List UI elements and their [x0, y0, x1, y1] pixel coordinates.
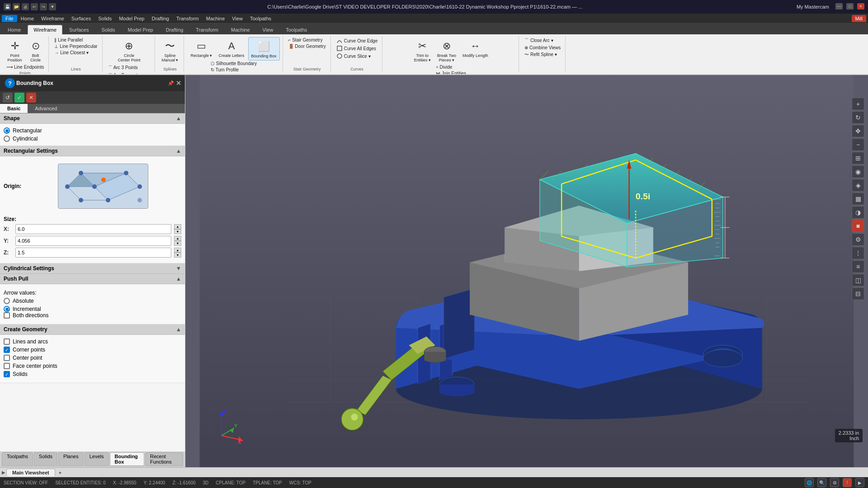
tab-transform[interactable]: Transform [190, 25, 224, 34]
ribbon-btn-arc3points[interactable]: ⌒ Arc 3 Points [106, 64, 152, 71]
center-point-checkbox[interactable] [4, 355, 10, 361]
ribbon-btn-bolt-circle[interactable]: ⊙ BoltCircle [26, 37, 46, 64]
add-viewsheet-button[interactable]: + [56, 469, 64, 476]
panel-cancel-button[interactable]: ✕ [26, 93, 36, 103]
arrow-absolute-option[interactable]: Absolute [4, 298, 181, 304]
tab-view[interactable]: View [257, 25, 279, 34]
ribbon-btn-curve-one-edge[interactable]: Curve One Edge [335, 37, 380, 44]
size-y-input[interactable] [15, 236, 171, 246]
size-y-down[interactable]: ▼ [174, 241, 181, 246]
ribbon-btn-trim[interactable]: ✂ Trim toEntities ▾ [411, 37, 434, 64]
lines-arcs-item[interactable]: Lines and arcs [4, 338, 181, 345]
fit-button[interactable]: ⊞ [852, 152, 864, 164]
ribbon-btn-join[interactable]: ⋈ Join Entities [434, 70, 468, 75]
ribbon-btn-close-arc[interactable]: ⌒ Close Arc ▾ [523, 37, 562, 44]
size-x-down[interactable]: ▼ [174, 229, 181, 234]
extra-button3[interactable]: ◫ [852, 274, 864, 286]
ribbon-btn-point-position[interactable]: ✛ PointPosition [5, 37, 25, 64]
size-z-up[interactable]: ▲ [174, 248, 181, 253]
maximize-button[interactable]: □ [846, 3, 854, 9]
menu-wireframe[interactable]: Wireframe [38, 15, 68, 22]
display-button[interactable]: ▦ [852, 192, 864, 205]
status-gear-icon[interactable]: ⚙ [830, 478, 839, 487]
status-alert-icon[interactable]: ! [843, 478, 852, 487]
tab-drafting[interactable]: Drafting [160, 25, 189, 34]
face-center-points-item[interactable]: Face center points [4, 363, 181, 369]
fn-tab-planes[interactable]: Planes [58, 452, 84, 466]
ribbon-btn-curve-all-edges[interactable]: Curve All Edges [335, 45, 380, 52]
ribbon-btn-combine-views[interactable]: ⊕ Combine Views [523, 45, 562, 51]
size-y-up[interactable]: ▲ [174, 236, 181, 241]
size-x-up[interactable]: ▲ [174, 224, 181, 229]
ribbon-btn-spline[interactable]: 〜 SplineManual ▾ [159, 37, 181, 64]
extra-button4[interactable]: ⊟ [852, 287, 864, 300]
create-geometry-section-header[interactable]: Create Geometry ▲ [0, 324, 185, 335]
redo-icon[interactable]: ↪ [40, 3, 47, 10]
close-button[interactable]: ✕ [857, 3, 864, 9]
menu-model-prep[interactable]: Model Prep [115, 15, 148, 22]
ribbon-btn-break-two[interactable]: ⊗ Break TwoPieces ▾ [434, 37, 459, 64]
tab-model-prep[interactable]: Model Prep [122, 25, 159, 34]
print-icon[interactable]: 🖨 [22, 3, 29, 10]
menu-drafting[interactable]: Drafting [148, 15, 173, 22]
ribbon-btn-door-geometry[interactable]: 🚪 Door Geometry [287, 43, 328, 49]
face-center-points-checkbox[interactable] [4, 363, 10, 369]
ribbon-btn-circle-center[interactable]: ⊕ CircleCenter Point [115, 37, 143, 64]
red-option-button[interactable]: ■ [852, 220, 864, 232]
menu-solids[interactable]: Solids [94, 15, 115, 22]
zoom-in-button[interactable]: + [852, 98, 864, 110]
tab-wireframe[interactable]: Wireframe [28, 25, 62, 34]
save-icon[interactable]: 💾 [4, 3, 11, 10]
panel-pin-button[interactable]: 📌 [168, 80, 174, 86]
orbit-button[interactable]: ↻ [852, 111, 864, 124]
menu-view[interactable]: View [228, 15, 246, 22]
menu-file[interactable]: File [2, 15, 17, 22]
ribbon-btn-line-endpoints[interactable]: ⟶ Line Endpoints [5, 64, 46, 70]
tab-surfaces[interactable]: Surfaces [63, 25, 94, 34]
center-point-item[interactable]: Center point [4, 355, 181, 361]
shading-button[interactable]: ◑ [852, 206, 864, 219]
menu-transform[interactable]: Transform [173, 15, 203, 22]
ribbon-btn-bounding-box[interactable]: ⬜ Bounding Box [248, 37, 280, 61]
more-icon[interactable]: ▼ [49, 3, 56, 10]
ribbon-btn-stair-geometry[interactable]: ⌐ Stair Geometry [287, 37, 328, 43]
pan-button[interactable]: ✥ [852, 125, 864, 137]
fn-tab-solids[interactable]: Solids [34, 452, 57, 466]
zoom-out-button[interactable]: − [852, 138, 864, 151]
fn-tab-levels[interactable]: Levels [85, 452, 109, 466]
ribbon-btn-modify-length[interactable]: ↔ Modify Length [460, 37, 491, 60]
ribbon-btn-line-closest[interactable]: → Line Closest ▾ [52, 50, 99, 56]
tab-solids[interactable]: Solids [96, 25, 121, 34]
menu-home[interactable]: Home [17, 15, 38, 22]
help-icon[interactable]: ? [5, 78, 15, 88]
menu-mill[interactable]: Mill [852, 15, 867, 22]
tab-toolpaths[interactable]: Toolpaths [280, 25, 313, 34]
panel-close-button[interactable]: ✕ [176, 80, 181, 87]
fn-tab-toolpaths[interactable]: Toolpaths [2, 452, 33, 466]
rect-settings-section-header[interactable]: Rectangular Settings ▲ [0, 146, 185, 156]
panel-ok-button[interactable]: ✓ [14, 93, 24, 103]
status-panel-toggle[interactable]: ▶ [855, 478, 864, 487]
corner-points-checkbox[interactable]: ✓ [4, 347, 10, 353]
extra-button2[interactable]: ≡ [852, 260, 864, 273]
ribbon-btn-line-parallel[interactable]: ∥ Line Parallel [52, 37, 99, 43]
fn-tab-recent[interactable]: Recent Functions [145, 452, 183, 466]
panel-reset-button[interactable]: ↺ [3, 93, 13, 103]
arrow-absolute-radio[interactable] [4, 298, 10, 304]
panel-tab-advanced[interactable]: Advanced [28, 104, 64, 113]
ribbon-btn-turn-profile[interactable]: ↻ Turn Profile [209, 67, 259, 73]
shape-rectangular-option[interactable]: Rectangular [4, 127, 181, 134]
shape-cylindrical-option[interactable]: Cylindrical [4, 136, 181, 142]
panel-tab-basic[interactable]: Basic [0, 104, 28, 113]
menu-surfaces[interactable]: Surfaces [68, 15, 94, 22]
extra-button[interactable]: ⋮ [852, 247, 864, 259]
size-x-input[interactable] [15, 224, 171, 234]
solids-item[interactable]: ✓ Solids [4, 371, 181, 377]
tab-home[interactable]: Home [2, 25, 27, 34]
ribbon-btn-curve-slice[interactable]: Curve Slice ▾ [335, 52, 380, 60]
fn-tab-bounding-box[interactable]: Bounding Box [110, 452, 144, 466]
status-globe-icon[interactable]: 🌐 [805, 478, 814, 487]
ribbon-btn-create-letters[interactable]: A Create Letters [216, 37, 247, 60]
undo-icon[interactable]: ↩ [31, 3, 38, 10]
shape-cylindrical-radio[interactable] [4, 136, 10, 142]
